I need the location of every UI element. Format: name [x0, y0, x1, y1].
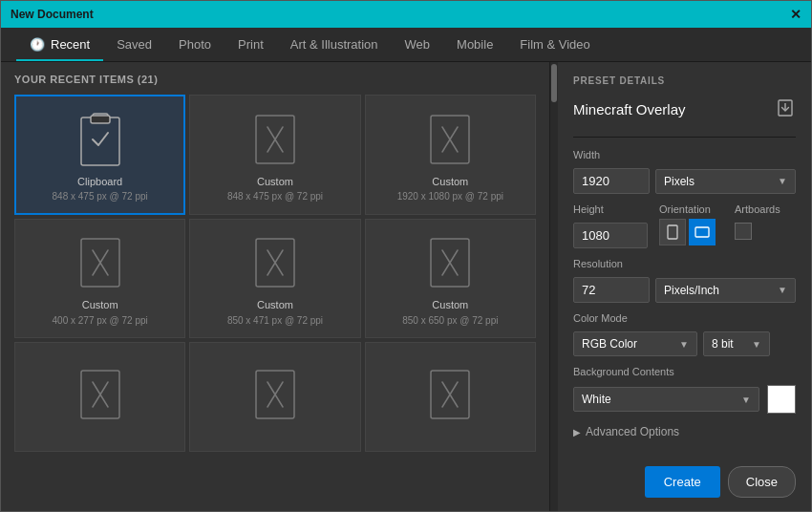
items-grid: Clipboard 848 x 475 px @ 72 ppi Custom 8… [14, 95, 536, 452]
height-orient-row: Height Orientation [573, 203, 796, 248]
tab-photo-label: Photo [179, 37, 211, 52]
white-color-swatch[interactable] [767, 385, 796, 414]
resolution-section: Resolution Pixels/Inch ▼ [573, 258, 796, 303]
width-label: Width [573, 149, 796, 160]
item-label: Custom [432, 298, 468, 312]
list-item[interactable] [189, 342, 360, 452]
orientation-buttons [659, 219, 716, 245]
tab-web-label: Web [405, 37, 431, 52]
orientation-group: Orientation [659, 203, 716, 245]
tab-web[interactable]: Web [392, 28, 444, 61]
tab-art-label: Art & Illustration [290, 37, 378, 52]
list-item[interactable]: Custom 400 x 277 px @ 72 ppi [14, 219, 185, 337]
preset-name: Minecraft Overlay [573, 101, 686, 117]
orientation-label: Orientation [659, 203, 716, 215]
tab-recent[interactable]: 🕐 Recent [16, 28, 103, 61]
item-sub: 848 x 475 px @ 72 ppi [53, 191, 148, 202]
bg-contents-label: Background Contents [573, 366, 796, 377]
chevron-right-icon: ▶ [573, 427, 581, 437]
tab-art[interactable]: Art & Illustration [277, 28, 392, 61]
item-label: Custom [82, 298, 118, 312]
item-label: Custom [257, 298, 293, 312]
bit-depth-value: 8 bit [712, 337, 734, 351]
width-input[interactable] [573, 168, 650, 194]
width-unit-label: Pixels [664, 175, 694, 188]
item-sub: 850 x 650 px @ 72 ppi [402, 315, 498, 326]
artboards-group: Artboards [735, 203, 780, 240]
item-sub: 1920 x 1080 px @ 72 ppi [397, 191, 503, 202]
resolution-label: Resolution [573, 258, 796, 269]
list-item[interactable]: Custom 850 x 650 px @ 72 ppi [365, 219, 536, 337]
left-panel: YOUR RECENT ITEMS (21) [1, 62, 550, 511]
height-section: Height [573, 203, 650, 248]
scrollbar-track[interactable] [550, 62, 558, 511]
preset-name-row: Minecraft Overlay [573, 97, 796, 121]
chevron-down-icon: ▼ [752, 339, 761, 350]
list-item[interactable] [365, 342, 536, 452]
divider [573, 137, 796, 138]
item-sub: 850 x 471 px @ 72 ppi [227, 315, 323, 326]
resolution-input[interactable] [573, 277, 650, 303]
bit-depth-dropdown[interactable]: 8 bit ▼ [703, 331, 770, 356]
preset-section-label: PRESET DETAILS [573, 75, 796, 86]
resolution-unit-label: Pixels/Inch [664, 284, 719, 297]
bg-contents-value: White [582, 393, 611, 406]
list-item[interactable]: Custom 1920 x 1080 px @ 72 ppi [365, 95, 536, 215]
tab-film-label: Film & Video [520, 37, 589, 52]
item-label: Custom [432, 175, 468, 189]
portrait-button[interactable] [659, 219, 686, 245]
create-button[interactable]: Create [645, 466, 720, 498]
item-label: Clipboard [77, 175, 122, 189]
width-unit-dropdown[interactable]: Pixels ▼ [655, 169, 796, 194]
width-row: Pixels ▼ [573, 168, 796, 194]
scrollbar-thumb[interactable] [551, 64, 557, 102]
items-scroll[interactable]: Clipboard 848 x 475 px @ 72 ppi Custom 8… [14, 95, 536, 500]
advanced-options-row[interactable]: ▶ Advanced Options [573, 425, 796, 438]
tabs-bar: 🕐 Recent Saved Photo Print Art & Illustr… [1, 28, 811, 62]
bottom-buttons: Create Close [573, 459, 796, 498]
dialog-title: New Document [11, 8, 94, 21]
color-mode-section: Color Mode RGB Color ▼ 8 bit ▼ [573, 312, 796, 356]
color-mode-row: RGB Color ▼ 8 bit ▼ [573, 331, 796, 356]
advanced-label: Advanced Options [586, 425, 679, 438]
chevron-down-icon: ▼ [741, 395, 751, 405]
width-section: Width Pixels ▼ [573, 149, 796, 194]
right-panel: PRESET DETAILS Minecraft Overlay Width [558, 62, 811, 511]
tab-mobile-label: Mobile [457, 37, 493, 52]
artboards-checkbox[interactable] [735, 223, 752, 240]
list-item[interactable]: Clipboard 848 x 475 px @ 72 ppi [14, 95, 185, 215]
close-button[interactable]: Close [728, 466, 796, 498]
orientation-artboards-row: Orientation [659, 203, 780, 245]
recent-tab-icon: 🕐 [30, 37, 45, 52]
color-mode-dropdown[interactable]: RGB Color ▼ [573, 331, 697, 356]
chevron-down-icon: ▼ [679, 339, 689, 350]
tab-print[interactable]: Print [224, 28, 277, 61]
tab-saved[interactable]: Saved [103, 28, 165, 61]
save-preset-button[interactable] [775, 97, 796, 121]
color-mode-value: RGB Color [582, 337, 637, 351]
svg-rect-30 [695, 227, 709, 237]
title-bar: New Document ✕ [1, 1, 811, 28]
color-mode-label: Color Mode [573, 312, 796, 324]
new-document-dialog: New Document ✕ 🕐 Recent Saved Photo Prin… [0, 0, 812, 512]
tab-film[interactable]: Film & Video [506, 28, 603, 61]
list-item[interactable]: Custom 848 x 475 px @ 72 ppi [189, 95, 360, 215]
tab-saved-label: Saved [117, 37, 152, 52]
bg-contents-row: White ▼ [573, 385, 796, 414]
list-item[interactable]: Custom 850 x 471 px @ 72 ppi [189, 219, 360, 337]
artboards-label: Artboards [735, 203, 780, 215]
landscape-button[interactable] [689, 219, 716, 245]
height-input[interactable] [573, 223, 648, 248]
recent-header: YOUR RECENT ITEMS (21) [14, 74, 536, 85]
item-sub: 848 x 475 px @ 72 ppi [227, 191, 323, 202]
bg-contents-section: Background Contents White ▼ [573, 366, 796, 414]
main-content: YOUR RECENT ITEMS (21) [1, 62, 811, 511]
svg-rect-2 [91, 116, 110, 123]
list-item[interactable] [14, 342, 185, 452]
height-label: Height [573, 203, 650, 215]
title-bar-close-button[interactable]: ✕ [790, 8, 801, 21]
resolution-unit-dropdown[interactable]: Pixels/Inch ▼ [655, 278, 796, 303]
bg-contents-dropdown[interactable]: White ▼ [573, 387, 759, 412]
tab-photo[interactable]: Photo [165, 28, 224, 61]
tab-mobile[interactable]: Mobile [443, 28, 506, 61]
